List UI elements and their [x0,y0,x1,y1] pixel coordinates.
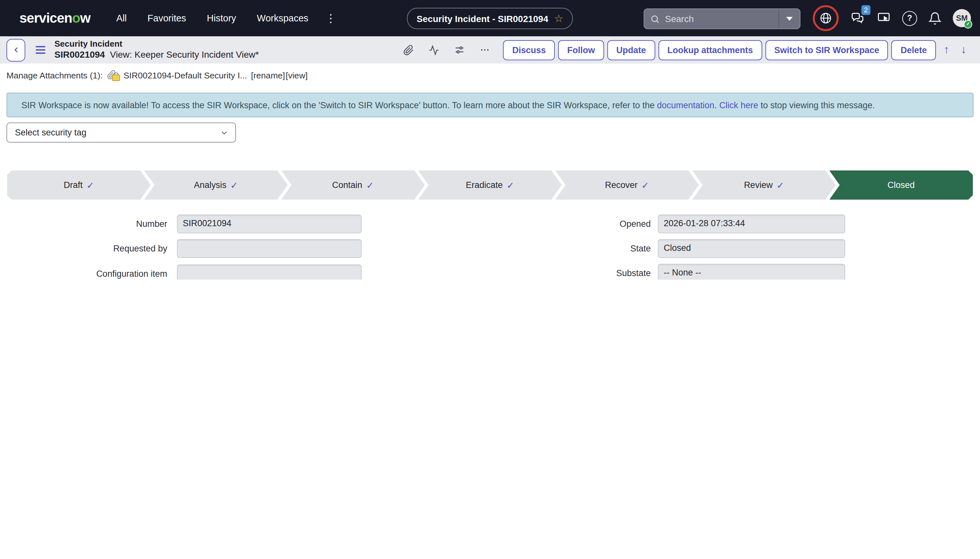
search-scope-dropdown[interactable] [779,17,800,21]
follow-button[interactable]: Follow [558,40,604,60]
previous-record-icon[interactable]: ↑ [944,43,949,56]
attachment-rename-link[interactable]: [rename] [251,71,285,80]
page: servicenow All Favorites History Workspa… [0,0,980,280]
global-search [644,8,800,29]
substate-input[interactable]: -- None -- [658,264,845,280]
state-input[interactable]: Closed [658,239,845,258]
top-nav: servicenow All Favorites History Workspa… [0,0,980,36]
attachment-filename-link[interactable]: SIR0021094-Default Security I... [124,71,247,80]
nav-item-all[interactable]: All [116,13,127,23]
security-tag-placeholder: Select security tag [15,128,220,137]
stage-check-icon: ✓ [641,180,649,190]
presence-status-dot: ✓ [964,20,972,28]
avatar[interactable]: SM ✓ [953,9,971,27]
more-menu-icon[interactable]: ⋮ [326,12,336,25]
logo-text: servicen [20,10,72,25]
documentation-link[interactable]: documentation [657,100,714,110]
stage-contain[interactable]: Contain✓ [281,170,425,200]
stage-draft[interactable]: Draft✓ [7,170,151,200]
toolbar-buttons: Discuss Follow Update Lookup attachments… [503,40,936,60]
stage-check-icon: ✓ [366,180,373,190]
field-opened: Opened2026-01-28 07:33:44 [484,215,980,233]
chat-icon[interactable]: 2 [850,11,865,25]
delete-button[interactable]: Delete [892,40,936,60]
field-requested-by: Requested by [0,240,363,258]
record-subtitle: SIR0021094 View: Keeper Security Inciden… [55,50,259,61]
table-label: Security Incident [55,39,259,50]
nav-item-workspaces[interactable]: Workspaces [257,13,309,23]
discuss-button[interactable]: Discuss [503,40,555,60]
record-number: SIR0021094 [55,50,105,60]
form-context-menu-icon[interactable] [36,46,45,54]
primary-nav: All Favorites History Workspaces [116,13,309,23]
servicenow-logo[interactable]: servicenow [20,10,91,26]
opened-input[interactable]: 2026-01-28 07:33:44 [658,215,845,233]
manage-attachments-row: Manage Attachments (1): SIR0021094-Defau… [0,63,980,88]
field-configuration-item: Configuration item [0,264,363,280]
switch-to-sir-workspace-button[interactable]: Switch to SIR Workspace [765,40,888,60]
chevron-down-icon [220,128,229,137]
number-input[interactable]: SIR0021094 [177,215,362,233]
lookup-attachments-button[interactable]: Lookup attachments [658,40,762,60]
stage-recover[interactable]: Recover✓ [555,170,699,200]
personalize-form-icon[interactable] [454,44,466,56]
notifications-bell-icon[interactable] [928,12,942,25]
stage-eradicate[interactable]: Eradicate✓ [418,170,562,200]
attachment-view-link[interactable]: [view] [286,71,308,80]
stage-closed-active[interactable]: Closed [829,170,973,200]
form-right-column: Opened2026-01-28 07:33:44 StateClosed Su… [484,215,980,280]
favorite-star-icon[interactable]: ☆ [554,12,564,25]
field-state: StateClosed [484,239,980,258]
back-button[interactable] [7,38,25,61]
security-tag-select[interactable]: Select security tag [7,122,236,142]
stage-check-icon: ✓ [230,180,238,190]
search-icon [650,14,660,24]
click-here-link[interactable]: Click here [719,100,758,110]
form-left-column: NumberSIR0021094 Requested by Configurat… [0,215,363,280]
chat-badge: 2 [861,5,871,15]
attachments-label: Manage Attachments (1): [7,71,103,80]
nav-icons: 2 ? SM ✓ [813,0,971,36]
secured-attachment-icon [107,69,120,81]
view-label: View: Keeper Security Incident View* [110,50,259,60]
sir-workspace-banner: SIR Workspace is now available! To acces… [7,93,973,117]
globe-icon[interactable] [813,5,839,31]
more-options-icon[interactable] [480,45,490,55]
record-nav-arrows: ↑ ↓ [944,43,967,56]
record-title-pill[interactable]: Security Incident - SIR0021094 ☆ [407,8,573,29]
stage-review[interactable]: Review✓ [692,170,836,200]
configuration-item-input[interactable] [177,264,362,280]
attachment-paperclip-icon[interactable] [403,45,415,55]
help-icon[interactable]: ? [902,11,917,26]
stage-analysis[interactable]: Analysis✓ [144,170,288,200]
next-record-icon[interactable]: ↓ [961,43,967,56]
process-flow-bar: Draft✓ Analysis✓ Contain✓ Eradicate✓ Rec… [7,170,973,200]
logo-text-end: w [80,10,91,25]
stage-check-icon: ✓ [777,180,784,190]
record-title-text: Security Incident - SIR0021094 [417,13,548,24]
record-toolbar: Security Incident SIR0021094 View: Keepe… [0,36,980,63]
stage-check-icon: ✓ [86,180,94,190]
nav-item-favorites[interactable]: Favorites [147,13,186,23]
activity-stream-icon[interactable] [429,45,440,55]
update-button[interactable]: Update [607,40,655,60]
nav-item-history[interactable]: History [207,13,236,23]
field-substate: Substate-- None -- [484,264,980,280]
stage-check-icon: ✓ [507,180,514,190]
field-number: NumberSIR0021094 [0,215,363,233]
record-title-block: Security Incident SIR0021094 View: Keepe… [55,39,259,61]
requested-by-input[interactable] [177,240,362,258]
toolbar-icons [403,44,490,56]
logo-green-o: o [72,10,80,25]
search-input[interactable] [660,13,778,24]
screen-share-icon[interactable] [876,11,891,25]
banner-text: SIR Workspace is now available! To acces… [21,100,875,110]
chevron-down-icon [786,17,793,21]
